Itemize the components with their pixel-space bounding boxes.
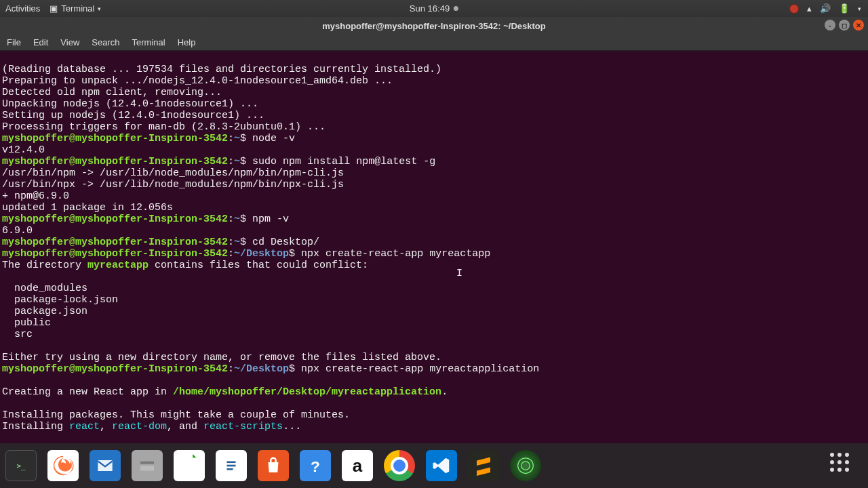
- blank-line: [2, 271, 8, 283]
- menu-help[interactable]: Help: [178, 37, 196, 47]
- terminal-menubar: File Edit View Search Terminal Help: [0, 35, 868, 51]
- network-icon[interactable]: ▴: [807, 3, 812, 14]
- window-titlebar[interactable]: myshopoffer@myshopoffer-Inspiron-3542: ~…: [0, 17, 868, 35]
- blank-line: [2, 432, 8, 443]
- output-line: Processing triggers for man-db (2.8.3-2u…: [2, 121, 326, 133]
- svg-rect-4: [226, 468, 233, 470]
- dock-tor-browser[interactable]: [510, 450, 541, 481]
- writer-icon: [222, 454, 241, 477]
- amazon-icon: a: [353, 455, 362, 476]
- svg-rect-1: [140, 466, 154, 471]
- output-line: Detected old npm client, removing...: [2, 87, 222, 98]
- help-icon: ?: [304, 454, 327, 477]
- output-line: /usr/bin/npm -> /usr/lib/node_modules/np…: [2, 167, 344, 179]
- chevron-down-icon: ▾: [98, 5, 101, 12]
- svg-rect-2: [226, 461, 235, 463]
- activities-button[interactable]: Activities: [5, 3, 40, 14]
- svg-point-7: [518, 458, 534, 474]
- output-line: (Reading database ... 197534 files and d…: [2, 64, 441, 75]
- ubuntu-dock: >_ ? a: [0, 443, 868, 488]
- output-line: Creating a new React app in /home/myshop…: [2, 386, 448, 398]
- prompt-line: myshopoffer@myshopoffer-Inspiron-3542:~$…: [2, 214, 289, 225]
- dock-vscode[interactable]: [426, 450, 457, 481]
- blank-line: [2, 340, 8, 352]
- menu-search[interactable]: Search: [92, 37, 119, 47]
- notification-dot-icon: [454, 6, 458, 11]
- output-line: package.json: [2, 306, 87, 317]
- show-applications-button[interactable]: [830, 453, 856, 479]
- volume-icon[interactable]: 🔊: [820, 3, 831, 14]
- menu-view[interactable]: View: [60, 37, 79, 47]
- prompt-line: myshopoffer@myshopoffer-Inspiron-3542:~$…: [2, 237, 319, 248]
- app-menu[interactable]: ▣ Terminal ▾: [50, 3, 101, 14]
- terminal-content[interactable]: (Reading database ... 197534 files and d…: [0, 51, 868, 443]
- system-menu-chevron-icon[interactable]: ▾: [858, 5, 861, 12]
- gnome-top-panel: Activities ▣ Terminal ▾ Sun 16:49 ▴ 🔊 🔋 …: [0, 0, 868, 17]
- clock[interactable]: Sun 16:49: [410, 3, 458, 14]
- app-menu-label: Terminal: [61, 3, 94, 14]
- dock-files[interactable]: [132, 450, 163, 481]
- terminal-icon: ▣: [50, 3, 58, 14]
- svg-rect-0: [140, 462, 154, 464]
- dock-libreoffice-writer[interactable]: [216, 450, 247, 481]
- output-line: Setting up nodejs (12.4.0-1nodesource1) …: [2, 110, 264, 121]
- dock-sublime[interactable]: [468, 450, 499, 481]
- text-cursor-icon: I: [456, 268, 462, 279]
- window-close-button[interactable]: ✕: [853, 20, 864, 30]
- output-line: node_modules: [2, 283, 87, 294]
- output-line: updated 1 package in 12.056s: [2, 202, 173, 214]
- output-line: Unpacking nodejs (12.4.0-1nodesource1) .…: [2, 98, 258, 110]
- dock-chrome[interactable]: [384, 450, 415, 481]
- output-line: v12.4.0: [2, 144, 45, 156]
- window-minimize-button[interactable]: ‑: [825, 20, 835, 30]
- window-title: myshopoffer@myshopoffer-Inspiron-3542: ~…: [322, 21, 545, 31]
- blank-line: [2, 398, 8, 409]
- vscode-icon: [431, 455, 452, 476]
- terminal-window: myshopoffer@myshopoffer-Inspiron-3542: ~…: [0, 17, 868, 443]
- menu-file[interactable]: File: [7, 37, 21, 47]
- dock-amazon[interactable]: a: [342, 450, 373, 481]
- svg-point-8: [521, 462, 530, 470]
- dock-help[interactable]: ?: [300, 450, 331, 481]
- output-line: src: [2, 329, 33, 340]
- dock-terminal[interactable]: >_: [5, 450, 37, 481]
- document-icon: [180, 454, 199, 477]
- battery-icon[interactable]: 🔋: [839, 3, 850, 14]
- svg-text:?: ?: [311, 458, 320, 475]
- clock-label: Sun 16:49: [410, 3, 450, 14]
- blank-line: [2, 375, 8, 386]
- dock-ubuntu-software[interactable]: [258, 450, 289, 481]
- prompt-line: myshopoffer@myshopoffer-Inspiron-3542:~$…: [2, 133, 295, 144]
- prompt-line: myshopoffer@myshopoffer-Inspiron-3542:~$…: [2, 156, 435, 167]
- output-line: The directory myreactapp contains files …: [2, 260, 368, 271]
- window-maximize-button[interactable]: ◻: [839, 20, 850, 30]
- sublime-icon: [475, 455, 492, 476]
- prompt-line: myshopoffer@myshopoffer-Inspiron-3542:~/…: [2, 248, 490, 260]
- output-line: Installing react, react-dom, and react-s…: [2, 421, 301, 432]
- shopping-bag-icon: [263, 455, 283, 476]
- output-line: Either try using a new directory name, o…: [2, 352, 441, 363]
- output-line: Installing packages. This might take a c…: [2, 409, 350, 421]
- file-manager-icon: [137, 455, 157, 476]
- prompt-line: myshopoffer@myshopoffer-Inspiron-3542:~/…: [2, 363, 539, 375]
- output-line: public: [2, 317, 51, 329]
- menu-terminal[interactable]: Terminal: [132, 37, 165, 47]
- output-line: Preparing to unpack .../nodejs_12.4.0-1n…: [2, 75, 393, 87]
- dock-firefox[interactable]: [47, 450, 79, 481]
- thunderbird-icon: [94, 455, 116, 476]
- menu-edit[interactable]: Edit: [33, 37, 48, 47]
- globe-icon: [515, 455, 536, 476]
- output-line: /usr/bin/npx -> /usr/lib/node_modules/np…: [2, 179, 344, 190]
- firefox-icon: [52, 454, 75, 477]
- output-line: + npm@6.9.0: [2, 190, 69, 202]
- svg-rect-3: [226, 465, 235, 467]
- dock-thunderbird[interactable]: [90, 450, 121, 481]
- dock-libreoffice[interactable]: [174, 450, 205, 481]
- screen-record-icon[interactable]: [789, 4, 799, 14]
- output-line: package-lock.json: [2, 294, 118, 306]
- output-line: 6.9.0: [2, 225, 33, 237]
